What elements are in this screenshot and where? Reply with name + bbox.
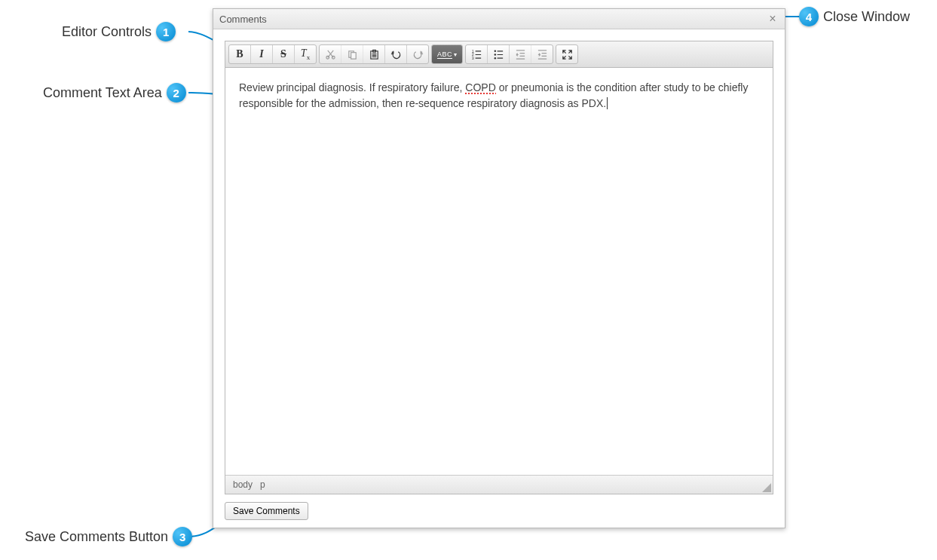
callout-4-bubble: 4 bbox=[799, 7, 819, 26]
bullet-list-button[interactable] bbox=[488, 45, 510, 63]
callout-1: Editor Controls 1 bbox=[62, 22, 176, 41]
copy-button[interactable] bbox=[341, 45, 363, 63]
svg-point-19 bbox=[494, 50, 495, 51]
editor-toolbar: B I S Tx bbox=[225, 41, 773, 68]
callout-2: Comment Text Area 2 bbox=[43, 83, 186, 103]
svg-rect-7 bbox=[351, 52, 356, 58]
strike-button[interactable]: S bbox=[273, 45, 295, 63]
redo-button[interactable] bbox=[407, 45, 428, 63]
dialog-title: Comments bbox=[219, 14, 767, 25]
svg-point-21 bbox=[494, 57, 495, 58]
close-icon[interactable]: × bbox=[767, 13, 779, 25]
status-crumb-body[interactable]: body bbox=[233, 479, 253, 490]
dialog-titlebar: Comments × bbox=[213, 9, 785, 29]
callout-2-label: Comment Text Area bbox=[43, 85, 162, 101]
editor-textarea[interactable]: Review principal diagnosis. If respirato… bbox=[225, 68, 773, 475]
save-comments-button[interactable]: Save Comments bbox=[225, 502, 308, 520]
callout-4: Close Window 4 bbox=[799, 7, 910, 26]
editor-statusbar: body p bbox=[225, 475, 773, 494]
callout-1-label: Editor Controls bbox=[62, 24, 152, 40]
rich-text-editor: B I S Tx bbox=[225, 41, 773, 494]
maximize-button[interactable] bbox=[556, 45, 577, 63]
callout-3-label: Save Comments Button bbox=[25, 529, 168, 545]
remove-format-button[interactable]: Tx bbox=[295, 45, 316, 63]
comments-dialog: Comments × B I S Tx bbox=[213, 8, 785, 528]
text-cursor bbox=[607, 97, 608, 109]
undo-button[interactable] bbox=[385, 45, 407, 63]
resize-handle[interactable] bbox=[762, 483, 771, 492]
numbered-list-button[interactable]: 123 bbox=[466, 45, 488, 63]
maximize-group bbox=[556, 44, 578, 64]
callout-4-label: Close Window bbox=[823, 9, 910, 25]
spellcheck-button[interactable]: ABC▾ bbox=[432, 45, 462, 63]
list-group: 123 bbox=[465, 44, 553, 64]
dialog-body: B I S Tx bbox=[213, 29, 785, 528]
cut-button[interactable] bbox=[320, 45, 341, 63]
editor-text-pre: Review principal diagnosis. If respirato… bbox=[239, 81, 465, 93]
spelling-error: COPD bbox=[465, 81, 495, 94]
clipboard-group bbox=[319, 44, 429, 64]
callout-2-bubble: 2 bbox=[167, 83, 186, 103]
italic-button[interactable]: I bbox=[251, 45, 273, 63]
paste-button[interactable] bbox=[363, 45, 385, 63]
indent-button[interactable] bbox=[531, 45, 553, 63]
text-style-group: B I S Tx bbox=[228, 44, 317, 64]
svg-text:3: 3 bbox=[471, 57, 473, 60]
svg-rect-9 bbox=[372, 50, 375, 52]
spellcheck-group: ABC▾ bbox=[431, 44, 463, 64]
bold-button[interactable]: B bbox=[229, 45, 251, 63]
svg-point-20 bbox=[494, 54, 495, 55]
outdent-button[interactable] bbox=[510, 45, 531, 63]
save-row: Save Comments bbox=[225, 494, 773, 520]
status-crumb-p[interactable]: p bbox=[260, 479, 265, 490]
callout-3-bubble: 3 bbox=[173, 527, 192, 546]
callout-3: Save Comments Button 3 bbox=[25, 527, 192, 546]
callout-1-bubble: 1 bbox=[156, 22, 176, 41]
